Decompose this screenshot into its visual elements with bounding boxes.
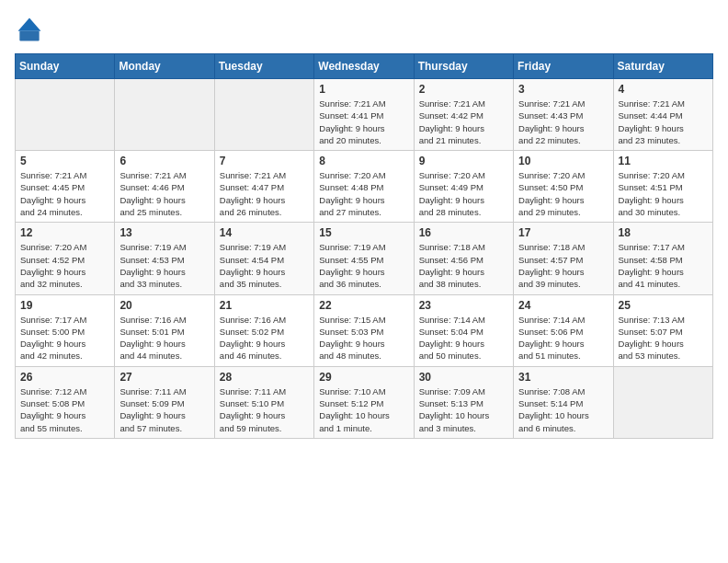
day-info: Sunrise: 7:21 AM Sunset: 4:41 PM Dayligh… (319, 98, 408, 146)
calendar-cell: 20Sunrise: 7:16 AM Sunset: 5:01 PM Dayli… (115, 294, 214, 366)
day-number: 3 (518, 83, 608, 96)
svg-rect-2 (19, 31, 39, 41)
day-number: 17 (518, 226, 608, 239)
calendar-cell: 15Sunrise: 7:19 AM Sunset: 4:55 PM Dayli… (314, 223, 414, 294)
calendar-cell: 5Sunrise: 7:21 AM Sunset: 4:45 PM Daylig… (16, 151, 115, 223)
day-info: Sunrise: 7:09 AM Sunset: 5:13 PM Dayligh… (419, 385, 508, 434)
day-info: Sunrise: 7:16 AM Sunset: 5:01 PM Dayligh… (119, 314, 209, 362)
calendar-cell: 11Sunrise: 7:20 AM Sunset: 4:51 PM Dayli… (613, 151, 712, 223)
day-info: Sunrise: 7:21 AM Sunset: 4:42 PM Dayligh… (419, 98, 508, 146)
day-number: 1 (319, 83, 408, 96)
day-number: 16 (419, 226, 508, 239)
day-number: 9 (419, 155, 508, 167)
day-info: Sunrise: 7:21 AM Sunset: 4:43 PM Dayligh… (518, 98, 608, 146)
calendar-cell: 29Sunrise: 7:10 AM Sunset: 5:12 PM Dayli… (314, 366, 414, 438)
day-info: Sunrise: 7:21 AM Sunset: 4:44 PM Dayligh… (619, 98, 708, 146)
day-info: Sunrise: 7:18 AM Sunset: 4:56 PM Dayligh… (419, 241, 508, 290)
calendar-week-row: 26Sunrise: 7:12 AM Sunset: 5:08 PM Dayli… (16, 366, 713, 438)
calendar-cell: 8Sunrise: 7:20 AM Sunset: 4:48 PM Daylig… (314, 151, 414, 223)
day-info: Sunrise: 7:10 AM Sunset: 5:12 PM Dayligh… (319, 385, 408, 434)
calendar-cell: 3Sunrise: 7:21 AM Sunset: 4:43 PM Daylig… (514, 79, 613, 151)
calendar-cell: 13Sunrise: 7:19 AM Sunset: 4:53 PM Dayli… (115, 223, 214, 294)
day-number: 18 (619, 226, 708, 239)
day-info: Sunrise: 7:12 AM Sunset: 5:08 PM Dayligh… (20, 385, 109, 434)
day-number: 20 (119, 299, 209, 312)
day-number: 24 (518, 299, 608, 312)
calendar-header-wednesday: Wednesday (314, 54, 414, 79)
day-number: 31 (518, 371, 608, 384)
day-info: Sunrise: 7:20 AM Sunset: 4:48 PM Dayligh… (319, 169, 408, 218)
day-info: Sunrise: 7:20 AM Sunset: 4:51 PM Dayligh… (619, 169, 708, 218)
calendar-cell: 25Sunrise: 7:13 AM Sunset: 5:07 PM Dayli… (613, 294, 712, 366)
day-info: Sunrise: 7:11 AM Sunset: 5:09 PM Dayligh… (119, 385, 209, 434)
calendar-table: SundayMondayTuesdayWednesdayThursdayFrid… (15, 53, 713, 439)
calendar-cell: 22Sunrise: 7:15 AM Sunset: 5:03 PM Dayli… (314, 294, 414, 366)
day-number: 2 (419, 83, 508, 96)
calendar-cell: 16Sunrise: 7:18 AM Sunset: 4:56 PM Dayli… (414, 223, 513, 294)
day-number: 5 (20, 155, 109, 167)
day-info: Sunrise: 7:21 AM Sunset: 4:47 PM Dayligh… (220, 169, 309, 218)
day-info: Sunrise: 7:18 AM Sunset: 4:57 PM Dayligh… (518, 241, 608, 290)
calendar-cell: 26Sunrise: 7:12 AM Sunset: 5:08 PM Dayli… (16, 366, 115, 438)
calendar-cell: 30Sunrise: 7:09 AM Sunset: 5:13 PM Dayli… (414, 366, 513, 438)
day-number: 4 (619, 83, 708, 96)
day-info: Sunrise: 7:08 AM Sunset: 5:14 PM Dayligh… (518, 385, 608, 434)
day-info: Sunrise: 7:19 AM Sunset: 4:54 PM Dayligh… (220, 241, 309, 290)
day-info: Sunrise: 7:21 AM Sunset: 4:45 PM Dayligh… (20, 169, 109, 218)
day-info: Sunrise: 7:16 AM Sunset: 5:02 PM Dayligh… (220, 314, 309, 362)
day-info: Sunrise: 7:19 AM Sunset: 4:55 PM Dayligh… (319, 241, 408, 290)
calendar-header-sunday: Sunday (16, 54, 115, 79)
calendar-cell: 23Sunrise: 7:14 AM Sunset: 5:04 PM Dayli… (414, 294, 513, 366)
calendar-header-thursday: Thursday (414, 54, 513, 79)
logo-icon (15, 15, 44, 44)
day-number: 26 (20, 371, 109, 384)
logo (15, 15, 48, 44)
calendar-week-row: 12Sunrise: 7:20 AM Sunset: 4:52 PM Dayli… (16, 223, 713, 294)
calendar-cell: 17Sunrise: 7:18 AM Sunset: 4:57 PM Dayli… (514, 223, 613, 294)
day-number: 8 (319, 155, 408, 167)
day-number: 27 (119, 371, 209, 384)
day-info: Sunrise: 7:14 AM Sunset: 5:04 PM Dayligh… (419, 314, 508, 362)
day-info: Sunrise: 7:20 AM Sunset: 4:49 PM Dayligh… (419, 169, 508, 218)
day-number: 29 (319, 371, 408, 384)
calendar-cell: 10Sunrise: 7:20 AM Sunset: 4:50 PM Dayli… (514, 151, 613, 223)
day-info: Sunrise: 7:21 AM Sunset: 4:46 PM Dayligh… (119, 169, 209, 218)
day-number: 11 (619, 155, 708, 167)
day-number: 7 (220, 155, 309, 167)
calendar-cell: 1Sunrise: 7:21 AM Sunset: 4:41 PM Daylig… (314, 79, 414, 151)
day-number: 23 (419, 299, 508, 312)
calendar-cell (214, 79, 313, 151)
calendar-cell: 21Sunrise: 7:16 AM Sunset: 5:02 PM Dayli… (214, 294, 313, 366)
day-number: 12 (20, 226, 109, 239)
page-header (15, 15, 713, 44)
calendar-cell (115, 79, 214, 151)
day-number: 30 (419, 371, 508, 384)
day-info: Sunrise: 7:17 AM Sunset: 5:00 PM Dayligh… (20, 314, 109, 362)
calendar-week-row: 19Sunrise: 7:17 AM Sunset: 5:00 PM Dayli… (16, 294, 713, 366)
calendar-cell: 6Sunrise: 7:21 AM Sunset: 4:46 PM Daylig… (115, 151, 214, 223)
calendar-cell: 27Sunrise: 7:11 AM Sunset: 5:09 PM Dayli… (115, 366, 214, 438)
calendar-cell: 7Sunrise: 7:21 AM Sunset: 4:47 PM Daylig… (214, 151, 313, 223)
day-number: 15 (319, 226, 408, 239)
calendar-header-tuesday: Tuesday (214, 54, 313, 79)
day-number: 25 (619, 299, 708, 312)
calendar-header-friday: Friday (514, 54, 613, 79)
calendar-cell: 28Sunrise: 7:11 AM Sunset: 5:10 PM Dayli… (214, 366, 313, 438)
calendar-cell: 9Sunrise: 7:20 AM Sunset: 4:49 PM Daylig… (414, 151, 513, 223)
calendar-cell: 4Sunrise: 7:21 AM Sunset: 4:44 PM Daylig… (613, 79, 712, 151)
calendar-header-saturday: Saturday (613, 54, 712, 79)
day-number: 21 (220, 299, 309, 312)
day-number: 19 (20, 299, 109, 312)
calendar-cell: 18Sunrise: 7:17 AM Sunset: 4:58 PM Dayli… (613, 223, 712, 294)
calendar-cell: 24Sunrise: 7:14 AM Sunset: 5:06 PM Dayli… (514, 294, 613, 366)
day-info: Sunrise: 7:13 AM Sunset: 5:07 PM Dayligh… (619, 314, 708, 362)
day-info: Sunrise: 7:11 AM Sunset: 5:10 PM Dayligh… (220, 385, 309, 434)
calendar-header-row: SundayMondayTuesdayWednesdayThursdayFrid… (16, 54, 713, 79)
day-info: Sunrise: 7:20 AM Sunset: 4:50 PM Dayligh… (518, 169, 608, 218)
day-info: Sunrise: 7:14 AM Sunset: 5:06 PM Dayligh… (518, 314, 608, 362)
calendar-header-monday: Monday (115, 54, 214, 79)
day-number: 6 (119, 155, 209, 167)
day-info: Sunrise: 7:20 AM Sunset: 4:52 PM Dayligh… (20, 241, 109, 290)
day-number: 13 (119, 226, 209, 239)
calendar-week-row: 1Sunrise: 7:21 AM Sunset: 4:41 PM Daylig… (16, 79, 713, 151)
